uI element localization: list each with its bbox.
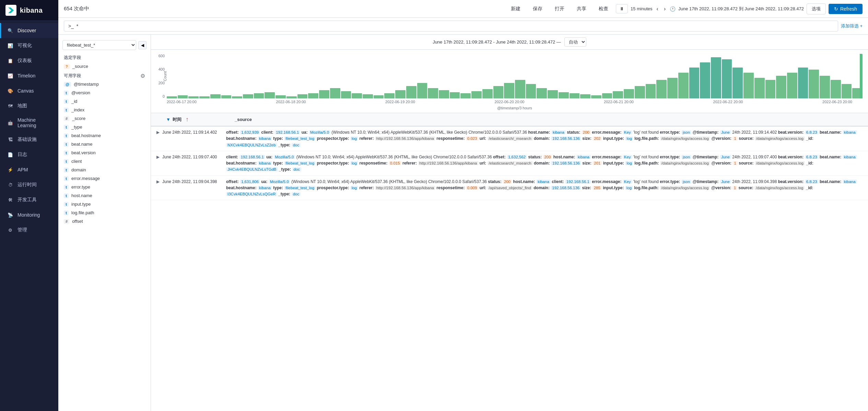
selected-field-_source[interactable]: ? _source [58,62,151,71]
field-value: 192.168.56.136 [551,136,581,141]
chart-bars [167,54,863,98]
x-label-1: 2022-06-17 20:00 [167,100,197,104]
available-field-beat_version[interactable]: t beat.version [58,148,151,157]
chart-bar-15 [330,88,340,98]
sidebar-item-apm[interactable]: ⚡ APM [0,162,58,177]
available-field-host_name[interactable]: t host.name [58,191,151,200]
options-button[interactable]: 选项 [807,3,826,14]
field-value: June [720,180,731,184]
sidebar-item-discover[interactable]: 🔍 Discover [0,23,58,38]
available-field-domain[interactable]: t domain [58,166,151,174]
query-bar: 添加筛选 + [58,18,868,35]
field-value: kibana [258,161,272,165]
expand-row-button[interactable]: ▶ [156,154,160,159]
field-value: json [681,155,691,159]
field-value: /data/nginx/logs/access.log [755,161,805,165]
available-field-_score[interactable]: # _score [58,114,151,123]
available-field-beat_hostname[interactable]: t beat.hostname [58,131,151,140]
field-key: host.name: [553,155,575,159]
timelion-icon: 📈 [7,72,14,80]
time-column-header: ▼ 时间 ↑ [166,116,235,123]
field-key: log.file.path: [634,161,659,166]
sidebar-item-timelion[interactable]: 📈 Timelion [0,68,58,83]
field-key: beat.hostname: [226,185,257,190]
interval-select[interactable]: 自动 [564,37,586,47]
sidebar-label-uptime: 运行时间 [17,182,37,188]
available-field-client[interactable]: t client [58,157,151,166]
field-type-badge: t [64,150,69,155]
annotation-arrow-new: ↑ [186,116,189,123]
sidebar-item-uptime[interactable]: ⏱ 运行时间 [0,177,58,192]
available-field-@version[interactable]: t @version [58,88,151,97]
available-field-error_type[interactable]: t error.type [58,183,151,191]
field-type-badge: t [64,210,69,215]
field-key: error.type: [660,130,680,135]
refresh-icon: ↻ [834,6,838,12]
field-value: 1 [732,161,737,165]
field-value: 0.015 [389,161,401,165]
collapse-left-panel-button[interactable]: ◀ [138,41,146,49]
field-value: json [681,130,691,134]
sidebar-item-monitoring[interactable]: 📡 Monitoring [0,207,58,222]
time-prev-button[interactable]: ‹ [655,6,660,12]
sidebar-item-map[interactable]: 🗺 地图 [0,98,58,113]
open-button[interactable]: 打开 [550,4,569,14]
sidebar-item-canvas[interactable]: 🎨 Canvas [0,83,58,98]
expand-row-button[interactable]: ▶ [156,129,160,135]
available-fields-settings-icon[interactable]: ⚙ [140,73,145,79]
ml-icon: 🤖 [7,119,14,126]
available-field-log_file.path[interactable]: t log.file.path [58,208,151,217]
field-key: status: [567,130,580,135]
expand-row-button[interactable]: ▶ [156,179,160,184]
field-key: input.type: [603,161,624,166]
field-key: beat.hostname: [226,161,257,166]
available-field-offset[interactable]: # offset [58,217,151,226]
available-field-@timestamp[interactable]: @ @timestamp [58,80,151,88]
field-value: 200 [543,155,552,159]
chart-bar-0 [167,96,177,98]
save-button[interactable]: 保存 [528,4,547,14]
field-value: June [720,155,731,159]
available-field-_index[interactable]: t _index [58,106,151,114]
result-source: offset: 1,632,939 client: 192.168.56.1 u… [226,129,863,148]
sidebar-item-visualize[interactable]: 📊 可视化 [0,38,58,53]
available-field-input_type[interactable]: t input.type [58,200,151,208]
sidebar-item-ml[interactable]: 🤖 Machine Learning [0,113,58,132]
refresh-button[interactable]: ↻ Refresh [829,4,863,14]
share-button[interactable]: 共享 [572,4,591,14]
index-pattern-select[interactable]: filebeat_test_* [62,40,136,50]
x-axis-center-label: @timestamp/3 hours [167,106,863,113]
available-field-error_message[interactable]: t error.message [58,174,151,183]
field-key: timestamp: [697,155,719,159]
field-key: error.message: [592,130,621,135]
sidebar-item-dev[interactable]: 🛠 开发工具 [0,192,58,207]
sidebar-item-dashboard[interactable]: 📋 仪表板 [0,53,58,68]
field-key: referer: [402,161,417,166]
field-key: url: [480,136,486,141]
inspect-button[interactable]: 检查 [594,4,613,14]
new-button[interactable]: 新建 [506,4,525,14]
add-filter-button[interactable]: 添加筛选 + [841,23,863,29]
available-field-beat_name[interactable]: t beat.name [58,140,151,148]
pause-button[interactable]: ⏸ [616,4,628,13]
field-value: /elasticsearch/_msearch [488,161,533,165]
chart-bar-60 [820,76,830,98]
field-value: 1,632,939 [240,130,260,134]
chart-bar-34 [537,88,547,98]
sidebar-item-infra[interactable]: 🏗 基础设施 [0,132,58,147]
time-next-button[interactable]: › [662,6,667,12]
management-icon: ⚙ [7,226,14,234]
map-icon: 🗺 [7,102,14,110]
sidebar-item-log[interactable]: 📄 日志 [0,147,58,162]
field-name: host.name [71,193,92,198]
available-field-_id[interactable]: t _id [58,97,151,106]
field-key: source: [739,161,753,166]
query-input[interactable] [64,21,838,32]
available-field-_type[interactable]: t _type [58,123,151,131]
sidebar-label-infra: 基础设施 [17,136,37,143]
time-sort-icon[interactable]: ▼ [166,117,171,122]
field-type-badge: # [64,116,69,121]
field-value: 6.8.23 [805,155,819,159]
sidebar-label-apm: APM [17,167,28,172]
sidebar-item-management[interactable]: ⚙ 管理 [0,222,58,238]
